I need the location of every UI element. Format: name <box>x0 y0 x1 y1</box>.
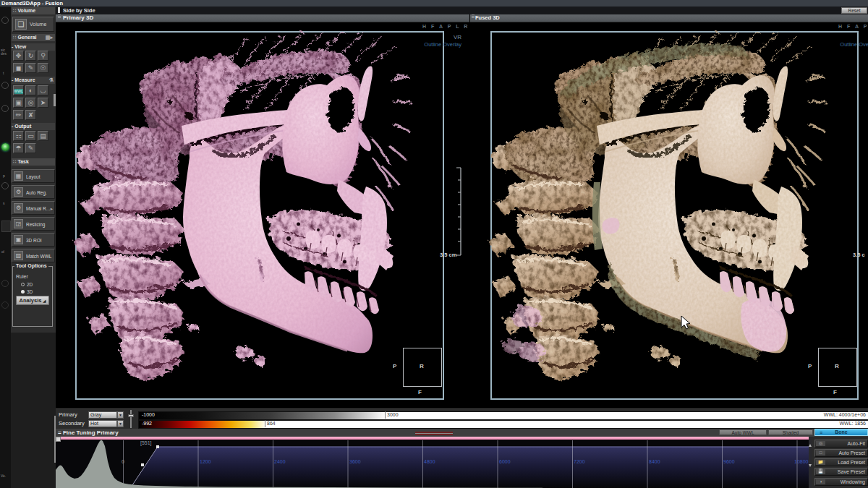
svg-text:4800: 4800 <box>424 459 435 464</box>
svg-text:8400: 8400 <box>649 459 660 464</box>
svg-text:1200: 1200 <box>200 459 211 464</box>
svg-text:2400: 2400 <box>274 459 286 464</box>
svg-text:[551]: [551] <box>140 440 152 446</box>
svg-text:10800: 10800 <box>794 459 809 464</box>
svg-text:7200: 7200 <box>574 459 585 464</box>
svg-text:6000: 6000 <box>499 459 511 464</box>
svg-text:0: 0 <box>122 459 124 464</box>
svg-text:9600: 9600 <box>723 459 735 464</box>
svg-text:3600: 3600 <box>349 459 361 464</box>
